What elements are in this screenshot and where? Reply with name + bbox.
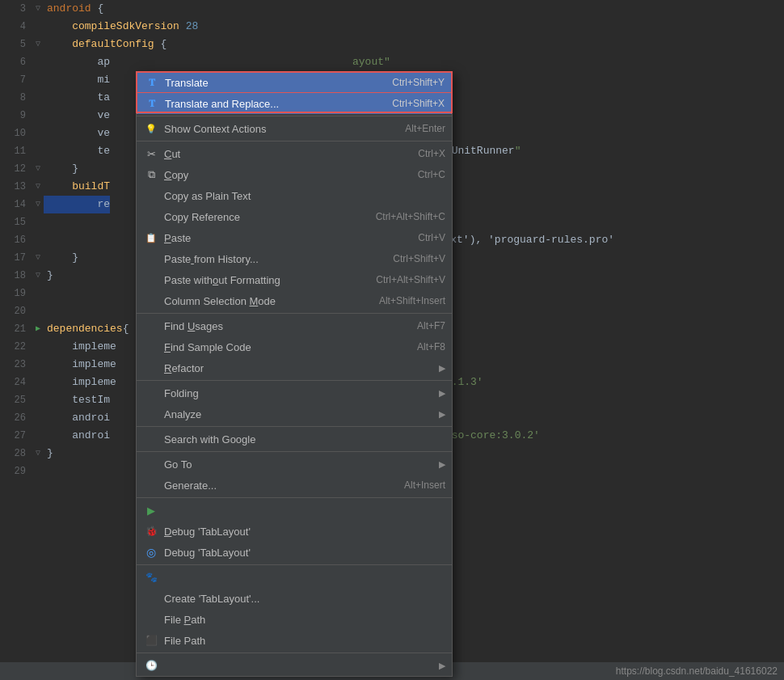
paste-icon: 📋 [143, 230, 159, 246]
menu-item-column-mode[interactable]: Column Selection Mode Alt+Shift+Insert [137, 290, 452, 311]
sep-1 [137, 116, 452, 116]
menu-label-paste: Paste [162, 232, 402, 244]
menu-label-cut: Cut [162, 148, 402, 160]
translate-icon: 𝐓 [144, 74, 160, 91]
menu-item-paste-noformat[interactable]: Paste without Formatting Ctrl+Alt+Shift+… [137, 269, 452, 290]
sep-3 [137, 313, 452, 314]
status-url: https://blog.csdn.net/baidu_41616022 [616, 665, 778, 677]
menu-item-run[interactable]: ▶ [137, 500, 452, 521]
menu-label-search-google: Search with Google [162, 433, 445, 446]
menu-item-folding[interactable]: Folding ▶ [137, 382, 452, 403]
menu-label-context-actions: Show Context Actions [162, 123, 389, 135]
file-path-icon [143, 611, 159, 627]
menu-item-copy-ref[interactable]: Copy Reference Ctrl+Alt+Shift+C [137, 206, 452, 227]
menu-label-paste-history: Paste from History... [162, 253, 377, 265]
fold-18[interactable]: ▽ [32, 267, 44, 285]
local-history-arrow: ▶ [439, 661, 445, 671]
fold-14[interactable]: ▽ [32, 196, 44, 213]
generate-icon [143, 477, 159, 493]
line-num-8: 8 [0, 89, 32, 107]
goto-icon [143, 456, 159, 472]
fold-13[interactable]: ▽ [32, 178, 44, 196]
line-num-14: 14 [0, 196, 32, 213]
menu-item-context-actions[interactable]: 💡 Show Context Actions Alt+Enter [137, 118, 452, 139]
menu-item-terminal[interactable]: ⬛ File Path [137, 630, 452, 651]
menu-item-refactor[interactable]: Refactor ▶ [137, 357, 452, 378]
folding-icon [143, 385, 159, 401]
fold-12[interactable]: ▽ [32, 160, 44, 178]
fold-5[interactable]: ▽ [32, 36, 44, 53]
copy-plain-icon [143, 188, 159, 204]
menu-label-paste-noformat: Paste without Formatting [162, 274, 360, 286]
menu-item-cut[interactable]: ✂ Cut Ctrl+X [137, 143, 452, 164]
menu-item-local-history[interactable]: 🕒 ▶ [137, 655, 452, 676]
menu-item-analyze[interactable]: Analyze ▶ [137, 403, 452, 424]
code-6: apayout" [44, 53, 390, 71]
menu-item-show-explorer[interactable]: Create 'TabLayout'... [137, 588, 452, 609]
code-28: } [44, 445, 53, 462]
menu-label-generate: Generate... [162, 479, 388, 492]
menu-shortcut-column-mode: Alt+Shift+Insert [363, 295, 445, 306]
line-num-25: 25 [0, 391, 32, 409]
menu-item-paste[interactable]: 📋 Paste Ctrl+V [137, 227, 452, 248]
refactor-icon [143, 360, 159, 376]
code-4: compileSdkVersion 28 [44, 18, 198, 36]
line-num-13: 13 [0, 178, 32, 196]
code-line-5: 5 ▽ defaultConfig { [0, 36, 784, 53]
menu-shortcut-paste-noformat: Ctrl+Alt+Shift+V [360, 274, 445, 285]
menu-item-coverage[interactable]: ◎ Debug 'TabLayout' [137, 542, 452, 563]
search-google-icon [143, 431, 159, 447]
menu-shortcut-paste: Ctrl+V [402, 232, 445, 243]
menu-item-translate-replace[interactable]: 𝐓 Translate and Replace... Ctrl+Shift+X [137, 93, 452, 114]
line-num-26: 26 [0, 409, 32, 427]
line-num-7: 7 [0, 71, 32, 89]
menu-label-show-explorer: Create 'TabLayout'... [162, 593, 445, 605]
line-num-22: 22 [0, 338, 32, 356]
menu-shortcut-translate: Ctrl+Shift+Y [376, 77, 445, 88]
code-25: testIm [44, 391, 110, 409]
line-num-29: 29 [0, 462, 32, 480]
menu-item-find-sample[interactable]: Find Sample Code Alt+F8 [137, 336, 452, 357]
run-icon: ▶ [143, 502, 159, 518]
bulb-icon: 💡 [143, 120, 159, 137]
menu-item-translate[interactable]: 𝐓 Translate Ctrl+Shift+Y [137, 72, 452, 93]
menu-shortcut-generate: Alt+Insert [388, 479, 445, 491]
menu-label-find-sample: Find Sample Code [162, 341, 401, 353]
sep-6 [137, 451, 452, 452]
menu-item-find-usages[interactable]: Find Usages Alt+F7 [137, 315, 452, 336]
line-num-6: 6 [0, 53, 32, 71]
code-line-4: 4 compileSdkVersion 28 [0, 18, 784, 36]
show-explorer-icon [143, 590, 159, 606]
menu-item-paste-history[interactable]: Paste from History... Ctrl+Shift+V [137, 248, 452, 269]
line-num-15: 15 [0, 213, 32, 231]
menu-shortcut-translate-replace: Ctrl+Shift+X [376, 98, 445, 109]
code-12: } [44, 160, 78, 178]
code-21: dependencies{ [44, 320, 129, 338]
find-usages-icon [143, 318, 159, 334]
menu-shortcut-context-actions: Alt+Enter [389, 123, 445, 134]
menu-label-column-mode: Column Selection Mode [162, 295, 363, 307]
code-5: defaultConfig { [44, 36, 166, 53]
fold-3[interactable]: ▽ [32, 0, 44, 18]
fold-28[interactable]: ▽ [32, 445, 44, 462]
line-num-4: 4 [0, 18, 32, 36]
menu-item-goto[interactable]: Go To ▶ [137, 454, 452, 475]
analyze-icon [143, 406, 159, 422]
menu-item-create[interactable]: 🐾 [137, 567, 452, 588]
fold-21[interactable]: ▶ [32, 320, 44, 338]
line-num-5: 5 [0, 36, 32, 53]
menu-item-generate[interactable]: Generate... Alt+Insert [137, 475, 452, 496]
menu-item-copy-plain[interactable]: Copy as Plain Text [137, 185, 452, 206]
copy-icon: ⧉ [143, 167, 159, 183]
code-8: ta [44, 89, 110, 107]
menu-label-folding: Folding [162, 387, 432, 399]
menu-shortcut-paste-history: Ctrl+Shift+V [377, 253, 445, 264]
fold-17[interactable]: ▽ [32, 249, 44, 267]
menu-item-copy[interactable]: ⧉ Copy Ctrl+C [137, 164, 452, 185]
menu-item-search-google[interactable]: Search with Google [137, 429, 452, 450]
code-10: ve [44, 125, 110, 142]
menu-item-debug[interactable]: 🐞 Debug 'TabLayout' [137, 521, 452, 542]
menu-label-copy: Copy [162, 169, 402, 181]
line-num-12: 12 [0, 160, 32, 178]
menu-item-file-path[interactable]: File Path [137, 609, 452, 630]
